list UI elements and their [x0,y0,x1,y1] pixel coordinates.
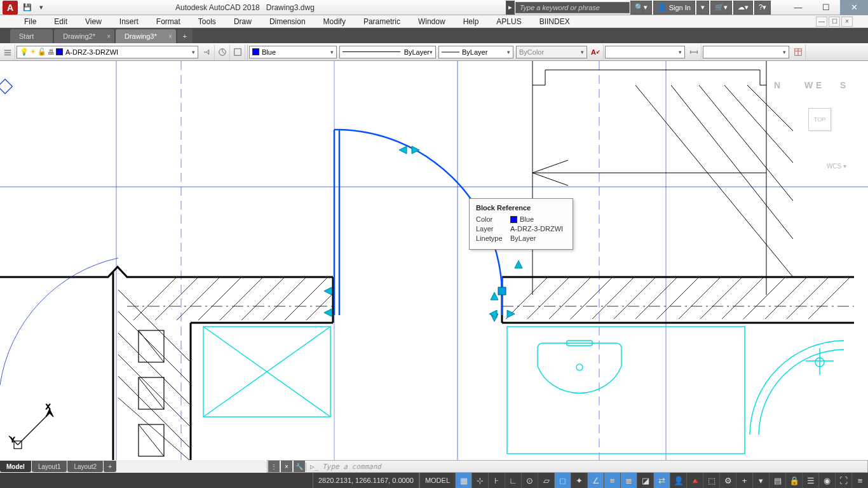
lock-ui-button[interactable]: 🔒 [785,473,802,488]
menu-view[interactable]: View [76,17,111,26]
mdi-restore-icon[interactable]: ☐ [829,17,840,27]
command-line[interactable]: ⋮ × 🔧 ▷_ Type a command [267,460,868,473]
polar-button[interactable]: ⊙ [521,473,538,488]
dynamic-input-button[interactable]: ≡ [604,473,620,488]
customize-button[interactable]: ≡ [851,473,868,488]
help-icon[interactable]: ?▾ [754,1,771,15]
svg-rect-2 [4,54,11,55]
exchange-apps-icon[interactable]: ▾ [696,1,709,15]
menu-insert[interactable]: Insert [111,17,147,26]
menu-format[interactable]: Format [147,17,189,26]
snap-button[interactable]: ⊹ [471,473,488,488]
cmdline-config-icon[interactable]: 🔧 [294,461,305,472]
search-arrow-icon[interactable]: ▸ [506,1,515,15]
doctab-add[interactable]: + [177,29,193,43]
menu-edit[interactable]: Edit [45,17,76,26]
annovisibillity-button[interactable]: ⬚ [703,473,719,488]
cmdline-handle-icon[interactable]: ⋮ [268,461,280,472]
menu-file[interactable]: File [15,17,45,26]
quickprops-button[interactable]: ▤ [769,473,785,488]
mdi-close-icon[interactable]: × [841,17,853,27]
close-icon[interactable]: × [107,33,111,40]
qat-save-icon[interactable]: 💾 [20,1,34,14]
maximize-button[interactable]: ☐ [812,0,840,15]
svg-line-42 [700,277,742,319]
tablestyle-button[interactable] [790,44,806,60]
doctab-start[interactable]: Start [10,29,53,43]
cmdline-close-icon[interactable]: × [281,461,292,472]
lineweight-dropdown[interactable]: ByLayer ▾ [438,46,513,58]
dimstyle-button[interactable] [686,44,702,60]
model-space-button[interactable]: MODEL [419,473,455,488]
color-swatch [252,48,259,55]
osnap-button[interactable]: ◻ [554,473,571,488]
menu-dimension[interactable]: Dimension [261,17,315,26]
selection-cycling-button[interactable]: ⇄ [653,473,670,488]
dimstyle-dropdown[interactable]: ▾ [703,46,789,58]
cleanscreen-button[interactable]: ⛶ [835,473,851,488]
menu-modify[interactable]: Modify [315,17,355,26]
mdi-minimize-icon[interactable]: — [816,17,827,27]
svg-line-50 [118,333,189,404]
doctab-drawing3[interactable]: Drawing3*× [116,29,176,43]
units-button[interactable]: ▾ [752,473,769,488]
close-icon[interactable]: × [168,33,172,40]
doctab-drawing2[interactable]: Drawing2*× [54,29,114,43]
signin-button[interactable]: 👤 Sign In [653,1,695,15]
annotation-monitor-button[interactable]: + [736,473,752,488]
annotation-button[interactable]: 👤 [670,473,686,488]
color-dropdown[interactable]: Blue ▾ [249,46,337,58]
minimize-button[interactable]: — [784,0,812,15]
hardware-accel-button[interactable]: ◉ [818,473,835,488]
chevron-down-icon: ▾ [430,49,433,55]
menu-tools[interactable]: Tools [189,17,225,26]
layer-match-button[interactable] [200,44,215,60]
transparency-button[interactable]: ◪ [637,473,653,488]
command-input[interactable]: Type a command [322,463,867,471]
menu-window[interactable]: Window [409,17,454,26]
drawing-canvas[interactable]: X Y E S N W TOP WCS ▾ [0,61,868,460]
coordinates-display[interactable]: 2820.2131, 1266.1167, 0.0000 [313,473,419,488]
linetype-dropdown[interactable]: ByLayer ▾ [339,46,436,58]
layer-properties-button[interactable] [0,44,15,60]
close-button[interactable]: ✕ [840,0,868,15]
lineweight-button[interactable]: ≣ [620,473,637,488]
infowall-button[interactable]: ⊦ [488,473,505,488]
ortho-button[interactable]: ∟ [505,473,521,488]
textstyle-dropdown[interactable]: ▾ [605,46,685,58]
layer-previous-button[interactable] [215,44,230,60]
cloud-icon[interactable]: ☁▾ [733,1,753,15]
layer-dropdown[interactable]: 💡 ☀ 🔓 🖶 A-DRZ-3-DRZWI ▾ [17,46,198,58]
wcs-dropdown[interactable]: WCS ▾ [827,163,846,170]
compass-e-icon: E [816,80,822,90]
search-input[interactable]: Type a keyword or phrase [515,2,630,13]
menu-parametric[interactable]: Parametric [355,17,409,26]
plot-icon: 🖶 [48,48,55,56]
workspace-button[interactable]: ⚙ [719,473,736,488]
layer-state-button[interactable] [230,44,245,60]
tooltip-title: Block Reference [476,204,566,212]
search-button[interactable]: 🔍▾ [630,1,652,15]
isodraft-button[interactable]: ▱ [538,473,554,488]
layout-tab-layout1[interactable]: Layout1 [32,461,67,472]
menu-aplus[interactable]: APLUS [487,17,530,26]
cart-icon[interactable]: 🛒▾ [710,1,732,15]
otrack-button[interactable]: ∠ [587,473,604,488]
viewcube-top-face[interactable]: TOP [808,108,831,131]
textstyle-button[interactable]: A↙ [588,44,604,60]
menu-help[interactable]: Help [454,17,488,26]
viewcube[interactable]: E S N W TOP WCS ▾ [785,80,849,182]
app-logo[interactable]: A [3,1,18,15]
grid-button[interactable]: ▦ [455,473,471,488]
layout-tab-model[interactable]: Model [0,461,31,472]
lineweight-preview [442,49,459,55]
isolate-button[interactable]: ☰ [802,473,818,488]
annoscale-button[interactable]: 🔺 [686,473,703,488]
3dosnap-button[interactable]: ✦ [571,473,587,488]
qat-dropdown-icon[interactable]: ▾ [34,1,48,14]
layout-tab-layout2[interactable]: Layout2 [67,461,103,472]
menu-draw[interactable]: Draw [225,17,261,26]
layout-tab-add[interactable]: + [104,461,116,472]
plotstyle-dropdown[interactable]: ByColor ▾ [516,46,587,58]
menu-biindex[interactable]: BIINDEX [531,17,579,26]
